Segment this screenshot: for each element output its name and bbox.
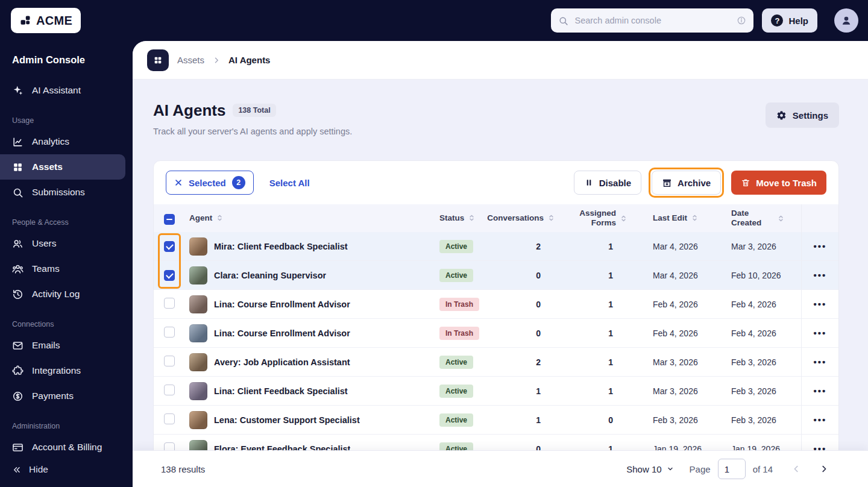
table-row[interactable]: Lena: Customer Support Specialist Active… <box>154 406 838 435</box>
admin-search[interactable] <box>551 8 753 33</box>
info-icon[interactable] <box>737 16 746 25</box>
sidebar-item-emails[interactable]: Emails <box>0 333 133 358</box>
date-created-cell: Feb 3, 2026 <box>724 386 801 396</box>
sidebar-item-analytics[interactable]: Analytics <box>0 129 133 154</box>
sidebar-item-label: Integrations <box>32 365 81 376</box>
sidebar-item-assets[interactable]: Assets <box>0 154 125 180</box>
sidebar-item-users[interactable]: Users <box>0 231 133 256</box>
row-menu-button[interactable] <box>814 357 827 367</box>
agents-table-card: Selected 2 Select All Disable Archive <box>153 160 839 463</box>
trash-icon <box>741 178 750 187</box>
help-button[interactable]: ? Help <box>762 8 817 33</box>
archive-icon <box>662 178 672 188</box>
row-checkbox[interactable] <box>164 356 175 366</box>
date-created-cell: Feb 3, 2026 <box>724 415 801 425</box>
row-checkbox[interactable] <box>164 270 175 281</box>
dollar-icon <box>12 391 24 402</box>
page-input[interactable] <box>718 459 746 479</box>
status-badge: In Trash <box>439 298 479 311</box>
disable-button[interactable]: Disable <box>574 171 641 195</box>
table-row[interactable]: Lina: Course Enrollment Advisor In Trash… <box>154 290 838 319</box>
row-checkbox-cell <box>154 413 181 427</box>
page-header: AI Agents 138 Total Track all your serve… <box>133 80 868 137</box>
header-checkbox-cell <box>154 212 181 225</box>
row-menu-button[interactable] <box>814 270 827 280</box>
table-row[interactable]: Clara: Cleaning Supervisor Active 0 1 Ma… <box>154 261 838 290</box>
acme-logo-text: ACME <box>36 14 72 28</box>
row-menu-button[interactable] <box>814 299 827 309</box>
sidebar-section-label: Administration <box>12 422 121 430</box>
show-per-page-select[interactable]: Show 10 <box>626 464 673 474</box>
column-header-last-edit[interactable]: Last Edit <box>646 213 724 223</box>
conversations-cell: 0 <box>507 300 573 309</box>
row-checkbox[interactable] <box>164 241 175 252</box>
status-badge: Active <box>439 385 473 398</box>
sidebar-item-activity-log[interactable]: Activity Log <box>0 281 133 307</box>
row-actions-cell <box>801 348 838 376</box>
topbar-right: ? Help <box>551 8 858 33</box>
sidebar-section-label: People & Access <box>12 218 121 227</box>
sidebar-item-payments[interactable]: Payments <box>0 383 133 409</box>
sidebar-item-ai-assistant[interactable]: AI Assistant <box>0 78 133 103</box>
table-row[interactable]: Mira: Client Feedback Specialist Active … <box>154 232 838 261</box>
row-checkbox[interactable] <box>164 413 175 424</box>
sidebar-item-label: Emails <box>32 340 60 351</box>
agent-name: Lina: Course Enrollment Advisor <box>214 300 350 309</box>
sidebar-item-label: Account & Billing <box>32 442 102 453</box>
status-cell: Active <box>435 356 507 369</box>
row-menu-button[interactable] <box>814 386 827 396</box>
search-input[interactable] <box>574 16 731 25</box>
status-badge: In Trash <box>439 327 479 340</box>
row-menu-button[interactable] <box>814 328 827 338</box>
agent-avatar <box>189 295 207 313</box>
sidebar-item-teams[interactable]: Teams <box>0 256 133 281</box>
gear-icon <box>776 110 787 121</box>
prev-page-button[interactable] <box>786 459 807 479</box>
column-header-conversations[interactable]: Conversations <box>507 213 573 223</box>
column-header-date-created[interactable]: Date Created <box>724 209 801 227</box>
conversations-cell: 1 <box>507 386 573 396</box>
assigned-forms-cell: 1 <box>573 271 646 280</box>
select-all-checkbox[interactable] <box>164 214 175 225</box>
conversations-cell: 2 <box>507 357 573 367</box>
move-to-trash-button[interactable]: Move to Trash <box>731 171 826 195</box>
row-checkbox[interactable] <box>164 385 175 395</box>
breadcrumb-assets[interactable]: Assets <box>177 55 204 65</box>
select-all-link[interactable]: Select All <box>269 178 310 188</box>
hide-sidebar-button[interactable]: Hide <box>0 458 60 481</box>
row-checkbox-cell <box>154 269 181 281</box>
search-icon <box>558 16 568 26</box>
acme-logo[interactable]: ACME <box>11 8 81 33</box>
sidebar-item-label: Payments <box>32 391 74 401</box>
clear-selection-button[interactable]: Selected 2 <box>166 171 254 195</box>
row-menu-button[interactable] <box>814 415 827 425</box>
settings-button[interactable]: Settings <box>766 102 839 128</box>
agent-cell: Lina: Course Enrollment Advisor <box>181 295 435 313</box>
row-actions-cell <box>801 290 838 318</box>
column-header-agent[interactable]: Agent <box>181 213 435 223</box>
row-checkbox[interactable] <box>164 298 175 309</box>
assigned-forms-cell: 1 <box>573 386 646 396</box>
row-menu-button[interactable] <box>814 241 827 251</box>
sort-icon <box>620 215 627 222</box>
date-created-cell: Mar 3, 2026 <box>724 242 801 251</box>
table-row[interactable]: Avery: Job Application Assistant Active … <box>154 348 838 377</box>
sidebar-item-submissions[interactable]: Submissions <box>0 180 133 205</box>
table-row[interactable]: Lina: Client Feedback Specialist Active … <box>154 377 838 406</box>
table-row[interactable]: Lina: Course Enrollment Advisor In Trash… <box>154 319 838 348</box>
row-checkbox[interactable] <box>164 327 175 338</box>
conversations-cell: 0 <box>507 328 573 338</box>
sidebar-item-integrations[interactable]: Integrations <box>0 358 133 383</box>
conversations-cell: 1 <box>507 415 573 425</box>
archive-button[interactable]: Archive <box>652 171 721 195</box>
next-page-button[interactable] <box>814 459 834 479</box>
selected-count-badge: 2 <box>232 176 245 189</box>
assigned-forms-cell: 1 <box>573 242 646 251</box>
sidebar-item-label: Analytics <box>32 136 69 147</box>
sort-icon <box>216 214 224 222</box>
last-edit-cell: Mar 3, 2026 <box>646 357 724 367</box>
column-header-assigned-forms[interactable]: Assigned Forms <box>573 209 646 227</box>
sidebar-item-account-billing[interactable]: Account & Billing <box>0 435 133 460</box>
user-avatar[interactable] <box>834 8 858 33</box>
collapse-icon <box>12 465 21 474</box>
